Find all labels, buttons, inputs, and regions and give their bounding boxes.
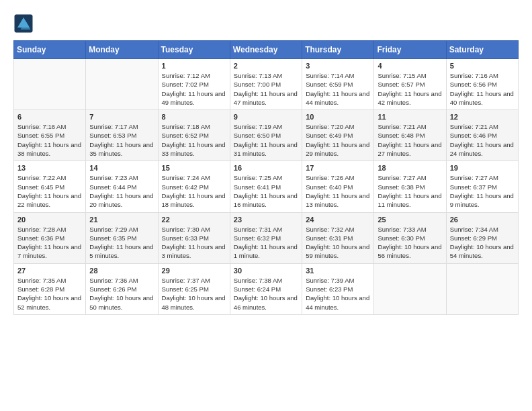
cell-text-line: Sunrise: 7:27 AM <box>378 174 426 181</box>
day-number: 12 <box>450 113 515 121</box>
cell-text-line: Sunrise: 7:26 AM <box>306 174 354 181</box>
calendar-cell: 1Sunrise: 7:12 AMSunset: 7:02 PMDaylight… <box>158 59 230 110</box>
calendar-cell: 23Sunrise: 7:31 AMSunset: 6:32 PMDayligh… <box>230 212 302 263</box>
calendar-cell: 14Sunrise: 7:23 AMSunset: 6:44 PMDayligh… <box>86 161 158 212</box>
cell-text-line: Sunrise: 7:22 AM <box>17 174 66 181</box>
cell-text-line: Daylight: 11 hours and 29 minutes. <box>306 141 369 157</box>
cell-text-line: Daylight: 11 hours and 16 minutes. <box>234 192 298 208</box>
cell-text-line: Sunset: 6:25 PM <box>162 285 209 293</box>
calendar-cell: 19Sunrise: 7:27 AMSunset: 6:37 PMDayligh… <box>446 161 518 212</box>
cell-content: Sunrise: 7:24 AMSunset: 6:42 PMDaylight:… <box>162 173 226 209</box>
cell-content: Sunrise: 7:38 AMSunset: 6:24 PMDaylight:… <box>234 276 298 312</box>
cell-text-line: Sunset: 6:41 PM <box>234 183 281 191</box>
calendar-cell: 26Sunrise: 7:34 AMSunset: 6:29 PMDayligh… <box>446 212 518 263</box>
cell-text-line: Sunset: 6:24 PM <box>234 285 281 293</box>
cell-text-line: Sunrise: 7:29 AM <box>89 226 138 233</box>
cell-text-line: Daylight: 11 hours and 24 minutes. <box>450 141 514 157</box>
day-number: 20 <box>17 216 82 224</box>
cell-text-line: Sunset: 6:53 PM <box>89 132 136 139</box>
cell-text-line: Daylight: 11 hours and 11 minutes. <box>378 192 441 208</box>
cell-text-line: Sunrise: 7:21 AM <box>450 123 498 130</box>
day-number: 4 <box>378 62 442 70</box>
cell-content: Sunrise: 7:27 AMSunset: 6:37 PMDaylight:… <box>450 173 515 209</box>
day-number: 19 <box>450 164 515 172</box>
calendar-cell: 9Sunrise: 7:19 AMSunset: 6:50 PMDaylight… <box>230 110 302 161</box>
day-number: 18 <box>378 164 442 172</box>
cell-content: Sunrise: 7:35 AMSunset: 6:28 PMDaylight:… <box>17 276 82 312</box>
day-number: 14 <box>89 164 154 172</box>
cell-text-line: Daylight: 11 hours and 38 minutes. <box>17 141 81 157</box>
cell-content: Sunrise: 7:30 AMSunset: 6:33 PMDaylight:… <box>162 225 226 261</box>
cell-content: Sunrise: 7:33 AMSunset: 6:30 PMDaylight:… <box>378 225 442 261</box>
cell-text-line: Daylight: 10 hours and 52 minutes. <box>17 294 81 310</box>
cell-text-line: Sunset: 6:46 PM <box>450 132 497 139</box>
cell-text-line: Sunrise: 7:20 AM <box>306 123 354 130</box>
cell-text-line: Sunset: 6:45 PM <box>17 183 64 191</box>
calendar-cell: 11Sunrise: 7:21 AMSunset: 6:48 PMDayligh… <box>374 110 446 161</box>
cell-text-line: Daylight: 11 hours and 1 minute. <box>234 243 298 259</box>
calendar-cell: 7Sunrise: 7:17 AMSunset: 6:53 PMDaylight… <box>86 110 158 161</box>
calendar-cell: 27Sunrise: 7:35 AMSunset: 6:28 PMDayligh… <box>14 263 86 314</box>
day-number: 16 <box>234 164 298 172</box>
calendar-cell: 21Sunrise: 7:29 AMSunset: 6:35 PMDayligh… <box>86 212 158 263</box>
cell-text-line: Sunset: 6:32 PM <box>234 234 281 242</box>
weekday-header: Saturday <box>446 41 518 59</box>
calendar-week-row: 13Sunrise: 7:22 AMSunset: 6:45 PMDayligh… <box>14 161 519 212</box>
calendar-cell: 3Sunrise: 7:14 AMSunset: 6:59 PMDaylight… <box>302 59 374 110</box>
cell-content: Sunrise: 7:16 AMSunset: 6:55 PMDaylight:… <box>17 122 82 158</box>
day-number: 1 <box>162 62 226 70</box>
day-number: 22 <box>162 216 226 224</box>
day-number: 30 <box>234 267 298 275</box>
cell-content: Sunrise: 7:14 AMSunset: 6:59 PMDaylight:… <box>306 71 370 107</box>
cell-text-line: Sunset: 6:59 PM <box>306 81 353 88</box>
calendar-cell <box>14 59 86 110</box>
cell-text-line: Sunset: 7:02 PM <box>162 81 209 88</box>
cell-text-line: Daylight: 11 hours and 5 minutes. <box>89 243 153 259</box>
cell-text-line: Sunrise: 7:18 AM <box>162 123 210 130</box>
calendar-week-row: 20Sunrise: 7:28 AMSunset: 6:36 PMDayligh… <box>14 212 519 263</box>
day-number: 3 <box>306 62 370 70</box>
cell-content: Sunrise: 7:16 AMSunset: 6:56 PMDaylight:… <box>450 71 515 107</box>
calendar-cell: 22Sunrise: 7:30 AMSunset: 6:33 PMDayligh… <box>158 212 230 263</box>
calendar-cell: 24Sunrise: 7:32 AMSunset: 6:31 PMDayligh… <box>302 212 374 263</box>
weekday-header: Tuesday <box>158 41 230 59</box>
weekday-header: Wednesday <box>230 41 302 59</box>
cell-text-line: Sunset: 6:33 PM <box>162 234 209 242</box>
day-number: 5 <box>450 62 515 70</box>
calendar-table: SundayMondayTuesdayWednesdayThursdayFrid… <box>13 40 519 315</box>
cell-text-line: Daylight: 10 hours and 54 minutes. <box>450 243 514 259</box>
day-number: 15 <box>162 164 226 172</box>
cell-content: Sunrise: 7:26 AMSunset: 6:40 PMDaylight:… <box>306 173 370 209</box>
day-number: 9 <box>234 113 298 121</box>
cell-content: Sunrise: 7:21 AMSunset: 6:46 PMDaylight:… <box>450 122 515 158</box>
cell-text-line: Sunrise: 7:21 AM <box>378 123 426 130</box>
calendar-cell <box>374 263 446 314</box>
cell-text-line: Sunrise: 7:24 AM <box>162 174 210 181</box>
cell-text-line: Sunset: 6:23 PM <box>306 285 353 293</box>
cell-text-line: Sunset: 6:37 PM <box>450 183 497 191</box>
cell-content: Sunrise: 7:28 AMSunset: 6:36 PMDaylight:… <box>17 225 82 261</box>
calendar-cell: 31Sunrise: 7:39 AMSunset: 6:23 PMDayligh… <box>302 263 374 314</box>
cell-text-line: Sunrise: 7:16 AM <box>17 123 66 130</box>
cell-text-line: Sunset: 6:48 PM <box>378 132 425 139</box>
cell-text-line: Sunset: 6:42 PM <box>162 183 209 191</box>
cell-text-line: Daylight: 11 hours and 33 minutes. <box>162 141 226 157</box>
cell-text-line: Sunrise: 7:15 AM <box>378 72 426 79</box>
cell-text-line: Sunset: 6:49 PM <box>306 132 353 139</box>
cell-text-line: Sunrise: 7:33 AM <box>378 226 426 233</box>
cell-content: Sunrise: 7:39 AMSunset: 6:23 PMDaylight:… <box>306 276 370 312</box>
cell-text-line: Sunset: 6:26 PM <box>89 285 136 293</box>
day-number: 25 <box>378 216 442 224</box>
calendar-week-row: 6Sunrise: 7:16 AMSunset: 6:55 PMDaylight… <box>14 110 519 161</box>
cell-text-line: Sunset: 6:44 PM <box>89 183 136 191</box>
cell-text-line: Daylight: 11 hours and 49 minutes. <box>162 90 226 106</box>
logo <box>13 13 36 34</box>
cell-content: Sunrise: 7:20 AMSunset: 6:49 PMDaylight:… <box>306 122 370 158</box>
cell-text-line: Sunset: 7:00 PM <box>234 81 281 88</box>
day-number: 13 <box>17 164 82 172</box>
day-number: 11 <box>378 113 442 121</box>
cell-text-line: Daylight: 11 hours and 47 minutes. <box>234 90 298 106</box>
cell-text-line: Daylight: 11 hours and 35 minutes. <box>89 141 153 157</box>
cell-content: Sunrise: 7:19 AMSunset: 6:50 PMDaylight:… <box>234 122 298 158</box>
calendar-cell: 4Sunrise: 7:15 AMSunset: 6:57 PMDaylight… <box>374 59 446 110</box>
